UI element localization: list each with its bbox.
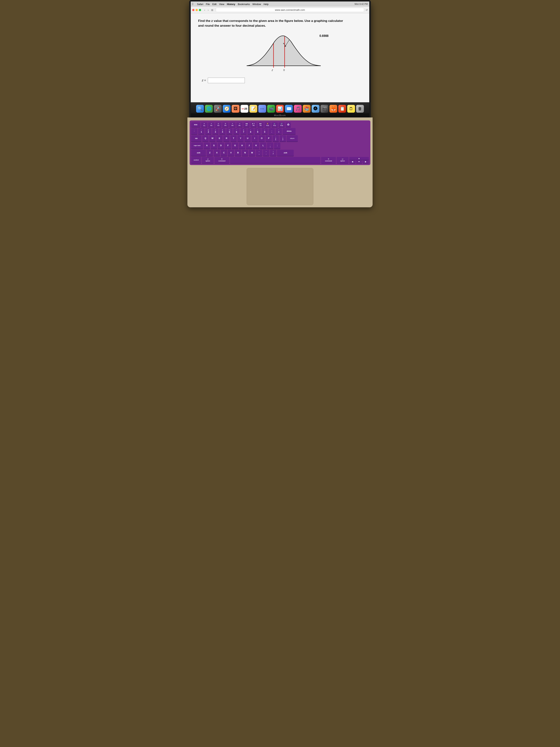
g-key[interactable]: G: [232, 143, 238, 149]
dock-safari[interactable]: 🧭: [223, 105, 231, 113]
dock-maps[interactable]: 🌐: [205, 105, 213, 113]
8-key[interactable]: +8: [247, 128, 254, 134]
4-key[interactable]: $4: [219, 128, 225, 134]
u-key[interactable]: U: [244, 135, 251, 141]
menu-bookmarks[interactable]: Bookmarks: [238, 3, 250, 5]
l-key[interactable]: L: [260, 143, 266, 149]
0-key[interactable]: )0: [262, 128, 268, 134]
esc-key[interactable]: esc: [191, 122, 201, 127]
f9-key[interactable]: ▶▶F9: [258, 122, 264, 127]
minus-key[interactable]: _-: [268, 128, 275, 134]
y-key[interactable]: Y: [237, 135, 244, 141]
o-key[interactable]: O: [259, 135, 265, 141]
w-key[interactable]: W: [209, 135, 216, 141]
answer-input[interactable]: [208, 78, 245, 83]
6-key[interactable]: ^6: [233, 128, 240, 134]
dock-more[interactable]: ⋯: [258, 105, 266, 113]
left-shift-key[interactable]: shift: [191, 150, 206, 156]
7-key[interactable]: &7: [240, 128, 247, 134]
f4-key[interactable]: ⊞F4: [222, 122, 229, 127]
f8-key[interactable]: ▶⏸F8: [250, 122, 257, 127]
s-key[interactable]: S: [211, 143, 217, 149]
dock-facetime[interactable]: 📹: [267, 105, 275, 113]
menu-window[interactable]: Window: [252, 3, 261, 5]
maximize-button[interactable]: [199, 9, 201, 11]
n-key[interactable]: N: [242, 150, 248, 156]
comma-key[interactable]: <,: [256, 150, 262, 156]
dock-books[interactable]: 📚: [303, 105, 311, 113]
reload-button[interactable]: ↺: [366, 8, 368, 11]
tab-overview-button[interactable]: ⊞: [210, 8, 214, 12]
f10-key[interactable]: 🔇F10: [264, 122, 271, 127]
dock-notes[interactable]: 📝: [249, 105, 257, 113]
menu-safari[interactable]: Safari: [197, 3, 203, 5]
right-arrow-key[interactable]: ▶: [363, 160, 369, 163]
tab-key[interactable]: tab: [191, 135, 202, 141]
quote-key[interactable]: "': [274, 143, 281, 149]
dock-photos[interactable]: 🖼: [232, 105, 239, 113]
5-key[interactable]: %5: [226, 128, 233, 134]
right-command-key[interactable]: ⌘ command: [321, 157, 336, 163]
p-key[interactable]: P: [266, 135, 272, 141]
f3-key[interactable]: ⊟F3: [215, 122, 221, 127]
b-key[interactable]: B: [235, 150, 241, 156]
menu-edit[interactable]: Edit: [212, 3, 216, 5]
power-key[interactable]: ⏻: [286, 122, 291, 127]
delete-key[interactable]: delete: [283, 128, 296, 134]
menu-help[interactable]: Help: [264, 3, 268, 5]
dock-launchpad[interactable]: 🚀: [214, 105, 222, 113]
dock-itunes[interactable]: 🎵: [294, 105, 302, 113]
return-key[interactable]: return: [287, 135, 298, 141]
dock-mail[interactable]: ✉️: [285, 105, 293, 113]
f6-key[interactable]: ⇥F6: [236, 122, 243, 127]
right-shift-key[interactable]: shift: [277, 150, 294, 156]
left-command-key[interactable]: ⌘ command: [214, 157, 229, 163]
dock-imovie[interactable]: 🎬: [321, 105, 328, 113]
left-option-key[interactable]: alt option: [202, 157, 214, 163]
m-key[interactable]: M: [249, 150, 255, 156]
2-key[interactable]: @2: [205, 128, 212, 134]
menu-view[interactable]: View: [219, 3, 224, 5]
equals-key[interactable]: +=: [275, 128, 282, 134]
dock-appstore[interactable]: 🅐: [312, 105, 319, 113]
control-key[interactable]: control: [191, 157, 201, 163]
h-key[interactable]: H: [239, 143, 245, 149]
dock-finder[interactable]: 🔍: [196, 105, 204, 113]
dock-numbers[interactable]: 📊: [276, 105, 284, 113]
period-key[interactable]: >.: [263, 150, 269, 156]
a-key[interactable]: A: [204, 143, 210, 149]
f5-key[interactable]: ✦F5: [229, 122, 236, 127]
menu-file[interactable]: File: [206, 3, 210, 5]
down-arrow-key[interactable]: ▼: [356, 160, 362, 163]
forward-button[interactable]: ›: [207, 8, 210, 12]
f7-key[interactable]: ◀◀F7: [243, 122, 250, 127]
minimize-button[interactable]: [195, 9, 198, 11]
q-key[interactable]: Q: [202, 135, 209, 141]
f1-key[interactable]: ✦F1: [201, 122, 207, 127]
f2-key[interactable]: ✦F2: [208, 122, 214, 127]
trackpad[interactable]: [247, 168, 313, 205]
f12-key[interactable]: 🔊F12: [278, 122, 285, 127]
j-key[interactable]: J: [246, 143, 252, 149]
dock-powerpoint[interactable]: 📋: [338, 105, 346, 113]
d-key[interactable]: D: [218, 143, 224, 149]
dock-stickies[interactable]: 🗒: [347, 105, 355, 113]
apple-menu[interactable]: : [192, 2, 193, 6]
up-arrow-key[interactable]: ▲: [349, 157, 369, 160]
i-key[interactable]: I: [251, 135, 258, 141]
k-key[interactable]: K: [253, 143, 259, 149]
v-key[interactable]: V: [228, 150, 234, 156]
lbracket-key[interactable]: {[: [273, 135, 279, 141]
semicolon-key[interactable]: :;: [267, 143, 273, 149]
tilde-key[interactable]: ~`: [191, 128, 197, 134]
right-option-key[interactable]: alt option: [337, 157, 348, 163]
space-key[interactable]: [230, 157, 320, 163]
dock-trash[interactable]: 🗑: [356, 105, 364, 113]
rbracket-key[interactable]: }]: [279, 135, 286, 141]
c-key[interactable]: C: [221, 150, 227, 156]
9-key[interactable]: (9: [255, 128, 261, 134]
caps-lock-key[interactable]: caps lock: [191, 143, 203, 149]
3-key[interactable]: #3: [212, 128, 218, 134]
left-arrow-key[interactable]: ◀: [349, 160, 355, 163]
z-key[interactable]: Z: [207, 150, 213, 156]
